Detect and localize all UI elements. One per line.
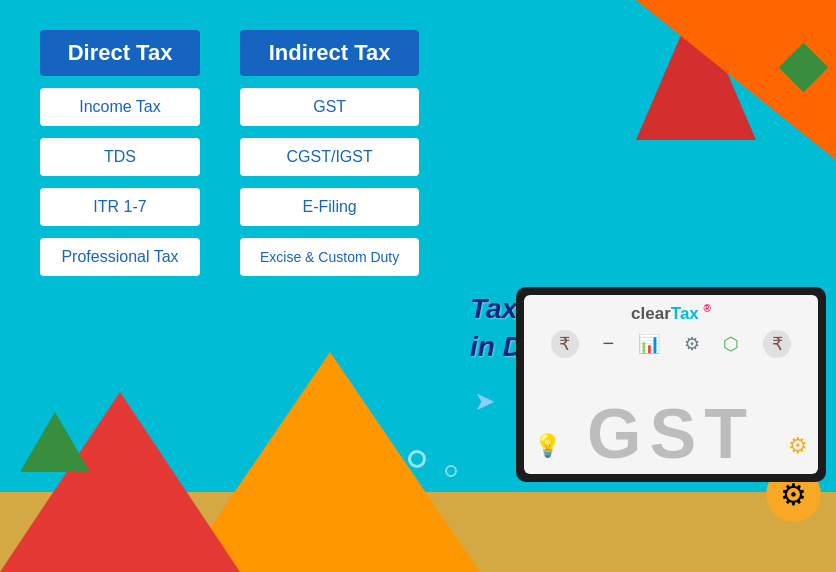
gst-label-text: GST xyxy=(587,395,755,473)
itr-item[interactable]: ITR 1-7 xyxy=(40,188,200,226)
gst-item[interactable]: GST xyxy=(240,88,419,126)
rupee-icon: ₹ xyxy=(551,330,579,358)
efiling-item[interactable]: E-Filing xyxy=(240,188,419,226)
main-content: Direct Tax Income Tax TDS ITR 1-7 Profes… xyxy=(0,0,836,306)
bg-green-bottom-left xyxy=(20,412,90,472)
network-icon: ⬡ xyxy=(723,333,739,355)
tax-text: Tax xyxy=(671,304,699,323)
bar-chart-icon: 📊 xyxy=(638,333,660,355)
clear-text: clear xyxy=(631,304,671,323)
bulb-icon: 💡 xyxy=(534,433,561,459)
minus-icon: − xyxy=(603,332,615,355)
rupee-right-icon: ₹ xyxy=(763,330,791,358)
indirect-tax-column: Indirect Tax GST CGST/IGST E-Filing Exci… xyxy=(240,30,419,276)
excise-custom-item[interactable]: Excise & Custom Duty xyxy=(240,238,419,276)
cgst-igst-item[interactable]: CGST/IGST xyxy=(240,138,419,176)
settings-icon: ⚙ xyxy=(684,333,700,355)
circle-deco-1 xyxy=(408,450,426,468)
arrow-right-icon: ➤ xyxy=(474,386,496,417)
laptop-display: clearTax ® ₹ − 📊 ⚙ ⬡ ₹ GST 💡 ⚙ xyxy=(516,287,826,482)
income-tax-item[interactable]: Income Tax xyxy=(40,88,200,126)
cleartax-logo: clearTax ® xyxy=(631,303,711,324)
professional-tax-item[interactable]: Professional Tax xyxy=(40,238,200,276)
screen-icons-row: ₹ − 📊 ⚙ ⬡ ₹ xyxy=(524,326,818,362)
indirect-tax-header: Indirect Tax xyxy=(240,30,419,76)
direct-tax-column: Direct Tax Income Tax TDS ITR 1-7 Profes… xyxy=(40,30,200,276)
gst-big-text: GST xyxy=(587,399,755,469)
direct-tax-header: Direct Tax xyxy=(40,30,200,76)
screen-gear-icon: ⚙ xyxy=(788,433,808,459)
circle-deco-2 xyxy=(445,465,457,477)
tds-item[interactable]: TDS xyxy=(40,138,200,176)
